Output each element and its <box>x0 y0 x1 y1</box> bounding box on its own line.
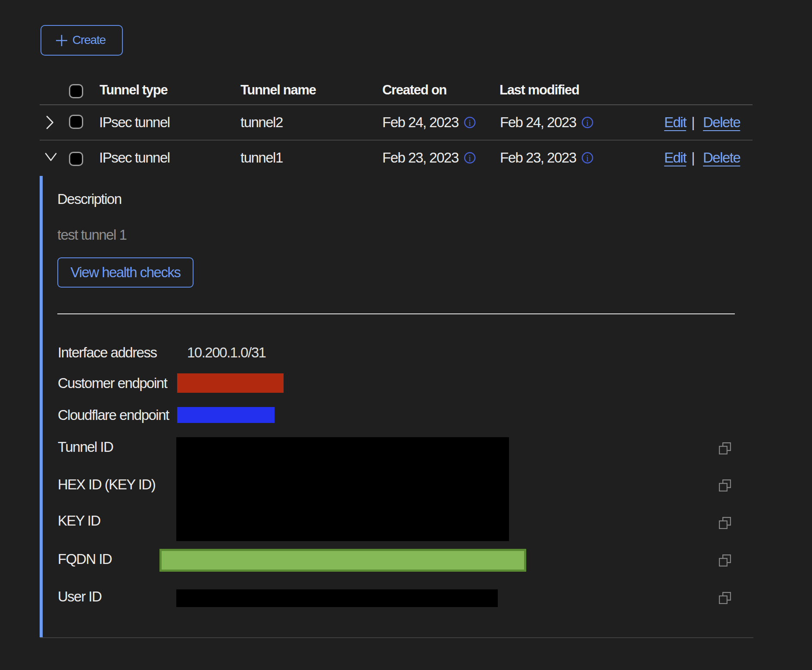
svg-text:i: i <box>586 118 589 128</box>
svg-text:i: i <box>468 153 471 163</box>
svg-text:i: i <box>586 153 589 163</box>
svg-text:i: i <box>468 118 471 128</box>
